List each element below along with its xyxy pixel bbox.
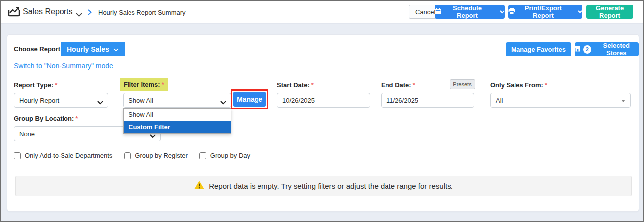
checkbox-label: Only Add-to-Sale Departments xyxy=(25,152,112,159)
end-date-input[interactable] xyxy=(381,93,474,108)
selected-stores-label: Selected Stores xyxy=(594,42,639,56)
top-header: Sales Reports Hourly Sales Report Summar… xyxy=(1,1,643,24)
empty-report-warning: Report data is empty. Try setting filter… xyxy=(15,176,632,196)
filter-items-select[interactable]: Show All xyxy=(123,93,231,108)
section-divider xyxy=(7,77,639,77)
checkbox-label: Group by Register xyxy=(135,152,188,159)
checkbox-label: Group by Day xyxy=(210,152,250,159)
choose-report-label: Choose Report xyxy=(14,45,60,53)
generate-report-button[interactable]: Generate Report xyxy=(586,5,633,19)
warning-message: Report data is empty. Try setting filter… xyxy=(209,182,453,190)
sales-reports-screen: Sales Reports Hourly Sales Report Summar… xyxy=(0,0,644,222)
group-by-location-value: None xyxy=(19,130,35,138)
manage-filter-button[interactable]: Manage xyxy=(233,92,266,107)
chevron-down-icon xyxy=(621,100,625,102)
checkbox-group-by-day[interactable]: Group by Day xyxy=(199,152,250,159)
required-marker: * xyxy=(162,81,164,88)
report-type-label: Report Type:* xyxy=(14,81,57,89)
dropdown-option-show-all[interactable]: Show All xyxy=(124,109,231,121)
schedule-report-button[interactable]: Schedule Report xyxy=(435,5,505,19)
filter-items-dropdown-list: Show All Custom Filter xyxy=(123,108,231,134)
report-type-select[interactable]: Hourly Report xyxy=(14,93,108,108)
filter-items-label: Filter Items:* xyxy=(120,78,168,91)
checkbox-group-by-register[interactable]: Group by Register xyxy=(124,152,188,159)
manage-favorites-button[interactable]: Manage Favorites xyxy=(506,42,571,56)
selected-stores-count-badge: 2 xyxy=(583,45,591,54)
print-export-report-button[interactable]: Print/Export Report xyxy=(508,5,582,19)
report-type-value: Hourly Report xyxy=(19,97,59,104)
required-marker: * xyxy=(413,81,415,89)
switch-mode-link[interactable]: Switch to "Non-Summary" mode xyxy=(14,62,113,70)
breadcrumb-chevron-icon xyxy=(88,8,92,17)
required-marker: * xyxy=(75,115,78,122)
report-picker-button[interactable]: Hourly Sales xyxy=(61,42,125,56)
dropdown-option-custom-filter[interactable]: Custom Filter xyxy=(124,121,231,133)
only-sales-from-value: All xyxy=(496,97,503,104)
manage-button-annotation-box: Manage xyxy=(231,89,268,109)
end-date-label: End Date:* xyxy=(381,81,415,89)
schedule-report-label: Schedule Report xyxy=(445,4,490,19)
checkbox-only-add-to-sale-departments[interactable]: Only Add-to-Sale Departments xyxy=(14,152,112,159)
warning-icon xyxy=(194,180,205,192)
only-sales-from-select[interactable]: All xyxy=(490,93,631,108)
start-date-input[interactable] xyxy=(277,93,370,108)
date-presets-button[interactable]: Presets xyxy=(450,79,475,89)
required-marker: * xyxy=(55,81,57,89)
chevron-down-icon[interactable] xyxy=(573,8,582,16)
print-export-report-label: Print/Export Report xyxy=(519,4,568,19)
chevron-down-icon xyxy=(113,45,119,53)
required-marker: * xyxy=(311,81,314,89)
chevron-down-icon[interactable] xyxy=(76,10,82,19)
group-by-location-label: Group By Location:* xyxy=(14,115,78,122)
start-date-label: Start Date:* xyxy=(277,81,314,89)
printer-icon xyxy=(508,8,515,16)
page-title[interactable]: Sales Reports xyxy=(23,7,73,16)
chevron-down-icon[interactable] xyxy=(495,8,505,16)
report-builder-panel: Choose Report Hourly Sales Manage Favori… xyxy=(7,34,639,212)
selected-stores-button[interactable]: 2 Selected Stores xyxy=(575,42,639,56)
required-marker: * xyxy=(545,81,547,89)
chart-line-icon xyxy=(8,6,20,19)
options-checkbox-row: Only Add-to-Sale Departments Group by Re… xyxy=(14,152,250,159)
only-sales-from-label: Only Sales From:* xyxy=(490,81,547,89)
report-picker-label: Hourly Sales xyxy=(67,45,109,53)
store-icon xyxy=(575,46,580,53)
breadcrumb: Hourly Sales Report Summary xyxy=(98,9,186,16)
chevron-down-icon xyxy=(220,99,226,106)
checkbox-input[interactable] xyxy=(199,152,206,159)
filter-items-value: Show All xyxy=(129,97,153,104)
calendar-icon xyxy=(435,8,441,16)
chevron-down-icon xyxy=(97,99,103,106)
checkbox-input[interactable] xyxy=(124,152,131,159)
checkbox-input[interactable] xyxy=(14,152,21,159)
